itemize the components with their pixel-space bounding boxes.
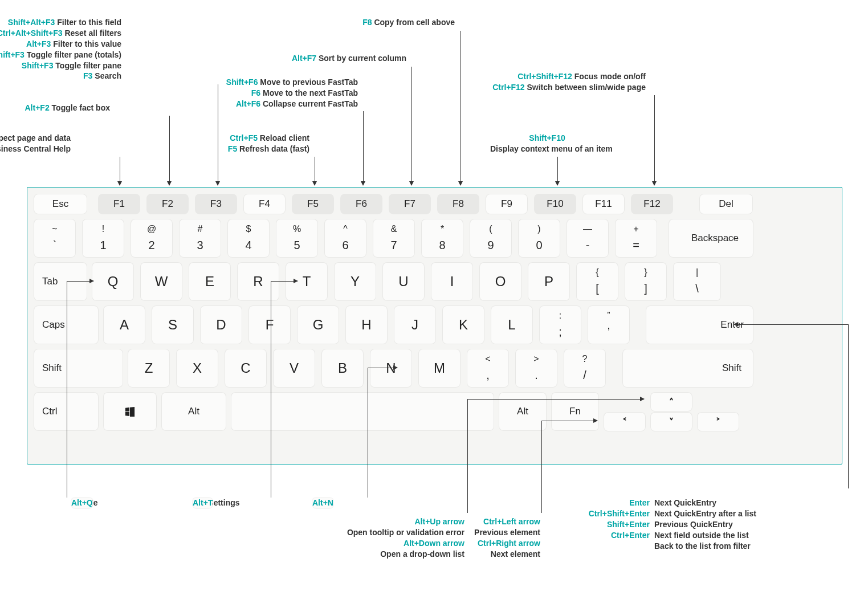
key-backtick: ~` [34, 219, 75, 257]
annot-f1: Ctrl+Alt+F1 Inspect page and dataCtrl+F1… [0, 133, 71, 154]
annot-f7: Alt+F7 Sort by current column [292, 53, 406, 64]
line-altt [271, 281, 298, 282]
arrow-f6 [363, 111, 364, 185]
key-k: K [443, 306, 484, 344]
annot-ctrlarrow: Ctrl+Left arrow Previous element Ctrl+Ri… [474, 516, 540, 560]
annot-altn: Alt+NNew [312, 498, 331, 508]
key-f: F [249, 306, 290, 344]
key-bracket-1: }] [625, 263, 666, 300]
key-9: (9 [470, 219, 511, 257]
key-ctrl-left: Ctrl [34, 393, 98, 430]
key-del: Del [700, 194, 752, 214]
key-c: C [225, 349, 266, 387]
arrow-f2 [169, 116, 170, 185]
key-f10: F10 [535, 194, 576, 214]
key-tab: Tab [34, 263, 87, 300]
key-p: P [528, 263, 569, 300]
windows-icon [125, 406, 135, 417]
key-f4: F4 [244, 194, 285, 214]
annot-f8: F8 Copy from cell above [362, 17, 455, 28]
arrow-f8 [461, 31, 461, 185]
key-punct-0: <, [467, 349, 508, 387]
key-f3: F3 [195, 194, 237, 214]
arrow-f3 [218, 84, 218, 185]
line-arrow-left [541, 421, 597, 421]
key-j: J [394, 306, 435, 344]
key-y: Y [335, 263, 376, 300]
key-o: O [480, 263, 521, 300]
key-l: L [491, 306, 532, 344]
key-w: W [141, 263, 182, 300]
annot-altt: Alt+TMy Settings [193, 498, 240, 508]
key-win [104, 393, 156, 430]
annot-altq: Alt+QTellMe [71, 498, 98, 508]
key-8: *8 [422, 219, 463, 257]
line-enter [734, 324, 848, 325]
key-backspace: Backspace [669, 219, 753, 257]
annot-altuparrow: Alt+Up arrow Open tooltip or validation … [347, 516, 464, 560]
key-arrow-right: ˃ [698, 413, 739, 431]
annot-f3: Shift+Alt+F3 Filter to this fieldCtrl+Al… [0, 17, 121, 82]
key-v: V [274, 349, 315, 387]
keyboard-shortcut-diagram: Shift+Alt+F3 Filter to this fieldCtrl+Al… [11, 11, 857, 592]
key-semi-1: ”’ [588, 306, 629, 344]
key-n: N [370, 349, 411, 387]
key-t: T [286, 263, 327, 300]
arrow-f5 [315, 157, 315, 185]
key-bracket-0: {[ [577, 263, 618, 300]
key-f2: F2 [147, 194, 188, 214]
key-alt-left: Alt [162, 393, 226, 430]
key-punct-1: >. [516, 349, 557, 387]
key-d: D [201, 306, 242, 344]
annot-f12: Ctrl+Shift+F12 Focus mode on/offCtrl+F12… [492, 71, 646, 93]
key-5: %5 [276, 219, 317, 257]
annot-f5: Ctrl+F5 Reload clientF5 Refresh data (fa… [228, 133, 309, 154]
key-f7: F7 [389, 194, 430, 214]
key-m: M [419, 349, 460, 387]
key-b: B [322, 349, 363, 387]
key-fn: Fn [552, 393, 598, 430]
key-1: !1 [83, 219, 124, 257]
key-4: $4 [228, 219, 269, 257]
key-r: R [238, 263, 279, 300]
keyboard: Esc F1F2F3F4F5F6F7F8F9F10F11F12 Del ~`!1… [27, 187, 842, 465]
arrow-f12 [654, 95, 655, 185]
key-z: Z [128, 349, 169, 387]
key-esc: Esc [34, 194, 87, 214]
key--: —- [567, 219, 608, 257]
key-g: G [298, 306, 339, 344]
key-i: I [431, 263, 472, 300]
key-bracket-2: |\ [674, 263, 720, 300]
key-shift-left: Shift [34, 349, 123, 387]
key-f5: F5 [292, 194, 333, 214]
key-2: @2 [131, 219, 172, 257]
key-f6: F6 [341, 194, 382, 214]
arrow-f7 [411, 67, 412, 185]
key-6: ^6 [325, 219, 366, 257]
key-s: S [152, 306, 193, 344]
line-arrow-up [467, 399, 644, 400]
key-punct-2: ?/ [564, 349, 605, 387]
key-arrow-up: ˄ [651, 393, 692, 411]
key-f12: F12 [631, 194, 673, 214]
key-alt-right: Alt [499, 393, 546, 430]
key-0: )0 [519, 219, 560, 257]
key-arrow-left: ˂ [604, 413, 645, 431]
key-arrow-down: ˅ [651, 413, 692, 431]
key-e: E [189, 263, 230, 300]
key-=: += [616, 219, 657, 257]
key-q: Q [92, 263, 133, 300]
annot-f2: Alt+F2 Toggle fact box [25, 103, 111, 113]
key-7: &7 [373, 219, 414, 257]
key-f11: F11 [583, 194, 624, 214]
key-a: A [104, 306, 145, 344]
annot-f10: Shift+F10 Display context menu of an ite… [490, 133, 604, 154]
key-x: X [177, 349, 218, 387]
key-h: H [346, 306, 387, 344]
key-3: #3 [180, 219, 221, 257]
key-semi-0: :; [540, 306, 581, 344]
line-altn [368, 368, 397, 368]
arrow-f10 [557, 157, 558, 185]
annot-enterblock: EnterNext QuickEntryCtrl+Shift+EnterNext… [570, 498, 756, 551]
annot-f6: Shift+F6 Move to previous FastTabF6 Move… [226, 77, 358, 109]
